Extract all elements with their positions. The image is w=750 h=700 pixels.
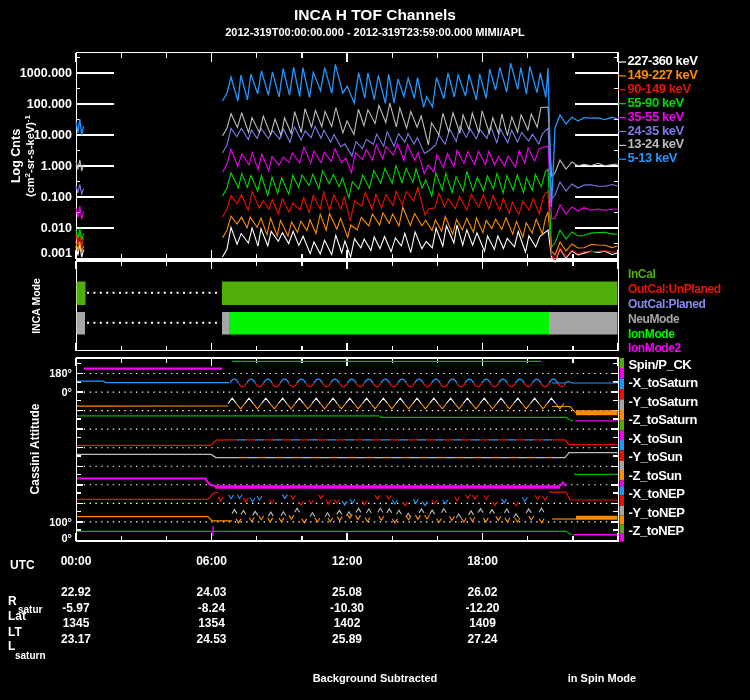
svg-text:1.000: 1.000 xyxy=(41,159,72,173)
svg-text:25.08: 25.08 xyxy=(332,585,362,599)
svg-text:-X_toNEP: -X_toNEP xyxy=(629,486,686,501)
svg-text:-X_toSaturn: -X_toSaturn xyxy=(629,375,699,390)
svg-text:12:00: 12:00 xyxy=(332,554,363,568)
svg-text:in Spin Mode: in Spin Mode xyxy=(568,672,636,684)
svg-text:-Z_toSaturn: -Z_toSaturn xyxy=(629,412,698,427)
svg-text:-Y_toSaturn: -Y_toSaturn xyxy=(629,394,699,409)
svg-text:-5.97: -5.97 xyxy=(62,601,90,615)
svg-text:INCA Mode: INCA Mode xyxy=(30,278,42,334)
svg-text:1402: 1402 xyxy=(334,616,361,630)
svg-text:100°: 100° xyxy=(49,516,72,528)
svg-text:23.17: 23.17 xyxy=(61,632,91,646)
svg-text:2012-319T00:00:00.000 - 2012-3: 2012-319T00:00:00.000 - 2012-319T23:59:0… xyxy=(225,26,525,38)
svg-text:OutCal:Planed: OutCal:Planed xyxy=(628,297,706,311)
svg-text:1409: 1409 xyxy=(469,616,496,630)
svg-text:0.010: 0.010 xyxy=(41,221,72,235)
svg-text:-12.20: -12.20 xyxy=(465,601,499,615)
svg-text:24.53: 24.53 xyxy=(196,632,226,646)
svg-text:INCA H TOF Channels: INCA H TOF Channels xyxy=(294,6,456,23)
svg-text:(cm2-sr-s-keV)-1: (cm2-sr-s-keV)-1 xyxy=(23,115,36,197)
svg-text:-Z_toNEP: -Z_toNEP xyxy=(629,523,685,538)
svg-text:-10.30: -10.30 xyxy=(330,601,364,615)
svg-text:00:00: 00:00 xyxy=(61,554,92,568)
svg-text:25.89: 25.89 xyxy=(332,632,362,646)
svg-text:149-227 keV: 149-227 keV xyxy=(628,67,699,82)
svg-text:LT: LT xyxy=(8,625,22,639)
svg-text:1345: 1345 xyxy=(63,616,90,630)
svg-text:0°: 0° xyxy=(61,386,72,398)
svg-text:UTC: UTC xyxy=(10,558,35,572)
svg-text:227-360 keV: 227-360 keV xyxy=(628,53,699,68)
svg-text:-Z_toSun: -Z_toSun xyxy=(629,468,683,483)
svg-text:Log Cnts: Log Cnts xyxy=(9,129,23,183)
svg-text:IonMode2: IonMode2 xyxy=(628,341,682,355)
svg-text:OutCal:UnPlaned: OutCal:UnPlaned xyxy=(628,282,721,296)
svg-text:0.001: 0.001 xyxy=(41,246,72,260)
svg-text:0°: 0° xyxy=(61,532,72,544)
svg-text:13-24 keV: 13-24 keV xyxy=(628,136,685,151)
svg-text:22.92: 22.92 xyxy=(61,585,91,599)
svg-text:24.03: 24.03 xyxy=(196,585,226,599)
svg-text:Spin/P_CK: Spin/P_CK xyxy=(629,357,693,372)
svg-text:IonMode: IonMode xyxy=(628,327,675,341)
svg-text:-Y_toSun: -Y_toSun xyxy=(629,449,683,464)
svg-text:27.24: 27.24 xyxy=(467,632,497,646)
svg-text:InCal: InCal xyxy=(628,267,655,281)
svg-text:1354: 1354 xyxy=(198,616,225,630)
svg-text:NeuMode: NeuMode xyxy=(628,312,680,326)
svg-text:26.02: 26.02 xyxy=(467,585,497,599)
svg-text:10.000: 10.000 xyxy=(34,128,72,142)
svg-text:1000.000: 1000.000 xyxy=(20,66,72,80)
svg-text:R: R xyxy=(8,594,17,608)
svg-text:-8.24: -8.24 xyxy=(198,601,226,615)
svg-text:5-13 keV: 5-13 keV xyxy=(628,150,678,165)
svg-text:18:00: 18:00 xyxy=(467,554,498,568)
svg-text:06:00: 06:00 xyxy=(196,554,227,568)
svg-text:24-35 keV: 24-35 keV xyxy=(628,123,685,138)
svg-text:-X_toSun: -X_toSun xyxy=(629,431,683,446)
svg-text:90-149 keV: 90-149 keV xyxy=(628,81,692,96)
svg-text:35-55 keV: 35-55 keV xyxy=(628,109,685,124)
svg-text:0.100: 0.100 xyxy=(41,190,72,204)
svg-text:Cassini Attitude: Cassini Attitude xyxy=(28,403,42,494)
svg-text:-Y_toNEP: -Y_toNEP xyxy=(629,505,686,520)
svg-text:saturn: saturn xyxy=(15,650,46,661)
svg-text:Lat: Lat xyxy=(8,609,26,623)
svg-text:180°: 180° xyxy=(49,367,72,379)
svg-text:55-90 keV: 55-90 keV xyxy=(628,95,685,110)
svg-text:100.000: 100.000 xyxy=(27,97,72,111)
svg-text:Background Subtracted: Background Subtracted xyxy=(313,672,438,684)
